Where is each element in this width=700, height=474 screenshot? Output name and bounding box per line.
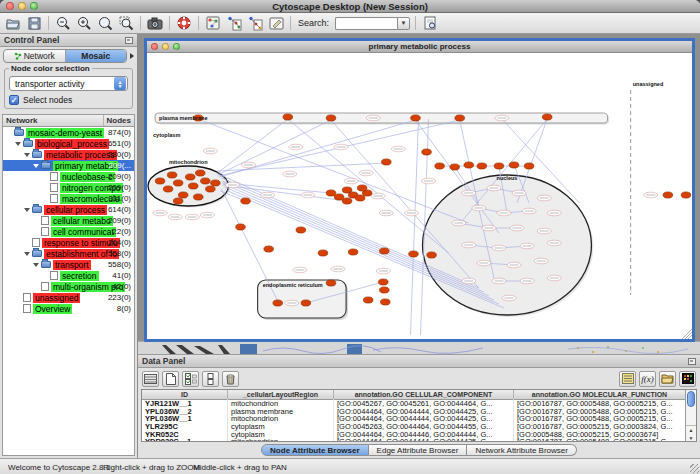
graph-node[interactable]	[318, 250, 328, 256]
table-row[interactable]: YDR039C__1mitochondrion[GO:0044464, GO:0…	[142, 438, 685, 441]
tree-row[interactable]: metabolic process280(0)	[3, 149, 134, 160]
tree-row[interactable]: secretion41(0)	[3, 270, 134, 281]
graph-node[interactable]	[379, 287, 389, 293]
expand-arrow-icon[interactable]	[24, 153, 30, 157]
open-attributes-icon[interactable]	[659, 371, 676, 387]
graph-node[interactable]	[273, 300, 283, 306]
graph-node[interactable]	[509, 162, 519, 168]
graph-node[interactable]	[173, 180, 183, 186]
attribute-select-icon[interactable]	[142, 371, 159, 387]
tree-row[interactable]: cell communicat22(0)	[3, 226, 134, 237]
save-icon[interactable]	[25, 15, 43, 32]
search-config-icon[interactable]	[421, 15, 439, 32]
expand-arrow-icon[interactable]	[24, 252, 30, 256]
zoom-fit-icon[interactable]	[96, 15, 114, 32]
browser-tab[interactable]: Network Attribute Browser	[467, 444, 576, 456]
graph-node[interactable]	[178, 192, 188, 198]
graph-node[interactable]	[524, 163, 534, 169]
graph-node[interactable]	[211, 180, 221, 186]
graph-node[interactable]	[422, 149, 432, 155]
scrollbar-arrows[interactable]: ▲▼	[686, 425, 696, 441]
graph-node[interactable]	[355, 195, 365, 201]
open-icon[interactable]	[4, 15, 22, 32]
graph-node[interactable]	[681, 192, 691, 198]
graph-node[interactable]	[455, 115, 465, 121]
graph-node[interactable]	[326, 190, 336, 196]
expand-arrow-icon[interactable]	[33, 263, 39, 267]
import-attributes-icon[interactable]	[619, 371, 636, 387]
tree-row[interactable]: transport558(0)	[3, 259, 134, 270]
column-header[interactable]: annotation.GO MOLECULAR_FUNCTION	[514, 390, 685, 399]
graph-node[interactable]	[236, 224, 246, 230]
graph-node[interactable]	[185, 174, 195, 180]
tree-row[interactable]: nucleobase-c209(0)	[3, 171, 134, 182]
graph-node[interactable]	[542, 114, 552, 120]
tree-row[interactable]: biological_process651(0)	[3, 138, 134, 149]
layout-icon[interactable]	[225, 15, 243, 32]
tab-network[interactable]: Network	[4, 50, 66, 62]
graph-node[interactable]	[494, 163, 504, 169]
graph-node[interactable]	[296, 227, 306, 233]
graph-node[interactable]	[173, 198, 183, 204]
new-attribute-icon[interactable]	[162, 371, 179, 387]
column-header[interactable]: ID	[142, 390, 228, 399]
help-lifering-icon[interactable]	[175, 15, 193, 32]
tree-row[interactable]: mosaic-demo-yeast874(0)	[3, 127, 134, 138]
tree-header-network[interactable]: Network	[3, 115, 104, 126]
scrollbar-thumb[interactable]	[687, 391, 695, 407]
graph-node[interactable]	[193, 194, 203, 200]
select-nodes-checkbox[interactable]: ✓	[9, 95, 19, 105]
graph-node[interactable]	[200, 178, 210, 184]
graph-node[interactable]	[435, 163, 445, 169]
expand-arrow-icon[interactable]	[15, 142, 21, 146]
table-scrollbar[interactable]: ▲▼	[685, 390, 696, 441]
tree-row[interactable]: cellular process614(0)	[3, 204, 134, 215]
graph-node[interactable]	[427, 252, 437, 258]
network-view-window[interactable]: primary metabolic process plasma membran…	[144, 38, 695, 342]
graph-node[interactable]	[357, 185, 367, 191]
tree-row[interactable]: unassigned223(0)	[3, 292, 134, 303]
graph-node[interactable]	[206, 186, 216, 192]
graph-node[interactable]	[477, 163, 487, 169]
network-view-titlebar[interactable]: primary metabolic process	[147, 41, 692, 53]
graph-node[interactable]	[348, 249, 358, 255]
tree-row[interactable]: cellular metabo209(0)	[3, 215, 134, 226]
search-dropdown-arrow[interactable]: ▼	[397, 17, 410, 30]
resize-grip[interactable]	[690, 464, 699, 473]
tree-header-nodes[interactable]: Nodes	[104, 115, 134, 126]
browser-tab[interactable]: Node Attribute Browser	[261, 444, 369, 456]
graph-node[interactable]	[450, 164, 460, 170]
graph-node[interactable]	[326, 280, 336, 286]
graph-node[interactable]	[363, 297, 373, 303]
graph-node[interactable]	[342, 198, 352, 204]
graph-node[interactable]	[663, 192, 673, 198]
expand-arrow-icon[interactable]	[24, 208, 30, 212]
vizmapper-icon[interactable]	[204, 15, 222, 32]
expand-arrow-icon[interactable]	[33, 164, 39, 168]
graph-node[interactable]	[195, 170, 205, 176]
graph-node[interactable]	[167, 172, 177, 178]
graph-node[interactable]	[241, 198, 251, 204]
graph-node[interactable]	[409, 251, 419, 257]
network-canvas[interactable]: plasma membranecytoplasmmitochondrionnuc…	[147, 53, 692, 339]
float-data-panel-icon[interactable]	[688, 358, 696, 365]
node-color-select[interactable]: transporter activity ▲▼	[9, 76, 128, 91]
graph-node[interactable]	[283, 114, 293, 120]
graph-node[interactable]	[334, 194, 344, 200]
tree-row[interactable]: establishment of lo558(0)	[3, 248, 134, 259]
tree-row[interactable]: nitrogen compo209(0)	[3, 182, 134, 193]
select-all-attributes-icon[interactable]	[182, 371, 199, 387]
tree-row[interactable]: primary metabol209(...	[3, 160, 134, 171]
tree-row[interactable]: macromolecule311(0)	[3, 193, 134, 204]
column-header[interactable]: _cellularLayoutRegion	[228, 390, 334, 399]
annotation-icon[interactable]	[267, 15, 285, 32]
heatmap-icon[interactable]	[679, 371, 696, 387]
search-input[interactable]	[335, 17, 397, 30]
snapshot-camera-icon[interactable]	[146, 15, 164, 32]
graph-node[interactable]	[326, 115, 336, 121]
float-panel-icon[interactable]	[125, 37, 133, 44]
window-titlebar[interactable]: Cytoscape Desktop (New Session)	[0, 0, 700, 13]
edge-layout-icon[interactable]	[246, 15, 264, 32]
graph-node[interactable]	[381, 159, 391, 165]
graph-node[interactable]	[378, 279, 388, 285]
